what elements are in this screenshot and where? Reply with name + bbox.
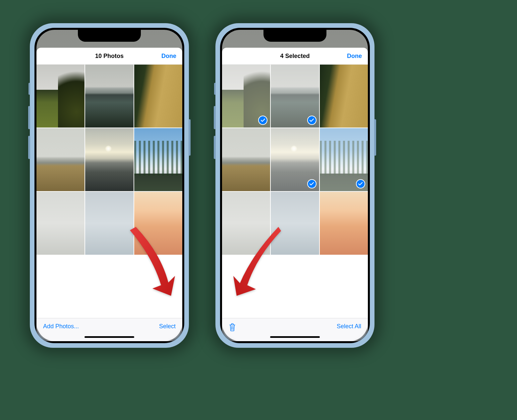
photo-thumbnail[interactable] <box>85 192 133 255</box>
photo-thumbnail[interactable] <box>320 65 368 128</box>
bottom-toolbar: Add Photos... Select <box>36 318 182 341</box>
select-all-button[interactable]: Select All <box>337 323 361 330</box>
photo-grid <box>222 65 368 318</box>
home-indicator[interactable] <box>85 336 134 338</box>
photo-thumbnail-selected[interactable] <box>320 128 368 191</box>
photo-thumbnail[interactable] <box>36 192 85 255</box>
photo-thumbnail[interactable] <box>134 128 182 191</box>
photo-thumbnail[interactable] <box>36 65 85 128</box>
page-title: 4 Selected <box>280 53 310 60</box>
select-button[interactable]: Select <box>159 323 176 330</box>
photo-thumbnail[interactable] <box>222 192 270 255</box>
trash-icon <box>229 323 236 332</box>
selected-check-icon <box>307 116 316 125</box>
selected-check-icon <box>307 179 316 188</box>
add-photos-button[interactable]: Add Photos... <box>43 323 79 330</box>
navigation-bar: 10 Photos Done <box>36 48 182 65</box>
device-notch <box>263 30 326 42</box>
home-indicator[interactable] <box>270 336 320 338</box>
device-notch <box>78 30 141 42</box>
photo-thumbnail[interactable] <box>134 192 182 255</box>
photo-thumbnail[interactable] <box>271 192 319 255</box>
photo-thumbnail-selected[interactable] <box>222 65 270 128</box>
album-sheet: 4 Selected Done <box>222 48 368 341</box>
photo-thumbnail[interactable] <box>36 128 85 191</box>
photo-thumbnail-selected[interactable] <box>271 65 319 128</box>
done-button[interactable]: Done <box>161 53 176 60</box>
page-title: 10 Photos <box>95 53 124 60</box>
photo-thumbnail[interactable] <box>320 192 368 255</box>
photo-thumbnail[interactable] <box>85 65 133 128</box>
selected-check-icon <box>356 179 365 188</box>
photo-thumbnail[interactable] <box>85 128 133 191</box>
photo-thumbnail-selected[interactable] <box>271 128 319 191</box>
trash-button[interactable] <box>229 323 236 333</box>
done-button[interactable]: Done <box>347 53 362 60</box>
photo-thumbnail[interactable] <box>222 128 270 191</box>
photo-grid <box>36 65 182 318</box>
album-sheet: 10 Photos Done Add Photos... Select <box>36 48 182 341</box>
bottom-toolbar: Select All <box>222 318 368 341</box>
navigation-bar: 4 Selected Done <box>222 48 368 65</box>
photo-thumbnail[interactable] <box>134 65 182 128</box>
